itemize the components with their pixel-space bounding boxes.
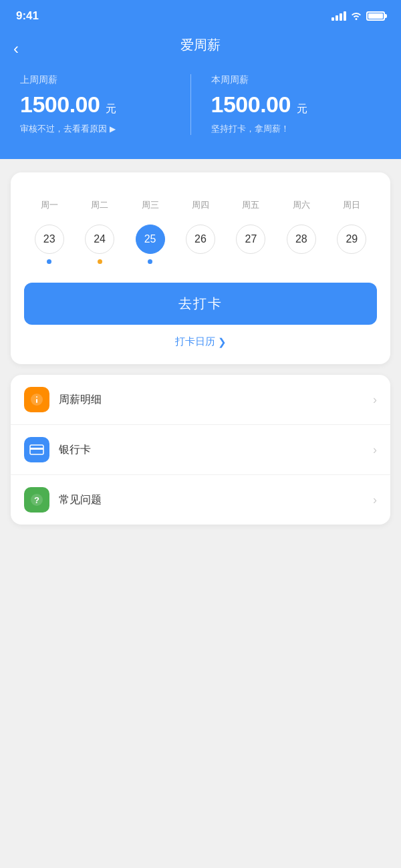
last-week-salary: 上周周薪 1500.00 元 审核不过，去看看原因 ▶ bbox=[20, 74, 190, 135]
menu-item-faq[interactable]: ? 常见问题 › bbox=[11, 475, 390, 525]
svg-rect-2 bbox=[36, 399, 37, 403]
day-dot-23 bbox=[47, 259, 51, 264]
weekday-labels: 周一 周二 周三 周四 周五 周六 周日 bbox=[24, 199, 377, 219]
day-circle-27: 27 bbox=[236, 225, 265, 254]
menu-label-salary-detail: 周薪明细 bbox=[59, 393, 364, 407]
calendar-day-23[interactable]: 23 bbox=[24, 225, 74, 264]
day-circle-24: 24 bbox=[85, 225, 114, 254]
menu-item-salary-detail[interactable]: 周薪明细 › bbox=[11, 375, 390, 425]
menu-label-bank-card: 银行卡 bbox=[59, 443, 364, 457]
calendar-days: 23 24 25 26 27 bbox=[24, 225, 377, 264]
day-dot-24 bbox=[98, 259, 102, 264]
day-dot-27 bbox=[249, 259, 253, 264]
svg-rect-1 bbox=[36, 396, 37, 398]
status-time: 9:41 bbox=[16, 9, 39, 23]
weekday-sun: 周日 bbox=[327, 199, 377, 219]
weekday-wed: 周三 bbox=[125, 199, 175, 219]
calendar-day-24[interactable]: 24 bbox=[74, 225, 124, 264]
menu-card: 周薪明细 › 银行卡 › ? 常见问题 › bbox=[11, 375, 390, 525]
day-dot-29 bbox=[350, 259, 354, 264]
status-icons bbox=[331, 10, 385, 22]
day-circle-29: 29 bbox=[337, 225, 366, 254]
page-title: 爱周薪 bbox=[180, 36, 221, 54]
faq-icon: ? bbox=[24, 487, 49, 513]
last-week-sub[interactable]: 审核不过，去看看原因 ▶ bbox=[20, 123, 190, 135]
bank-card-icon bbox=[24, 437, 49, 462]
checkin-button[interactable]: 去打卡 bbox=[24, 283, 377, 325]
day-circle-23: 23 bbox=[35, 225, 64, 254]
calendar-day-26[interactable]: 26 bbox=[175, 225, 225, 264]
last-week-amount: 1500.00 元 bbox=[20, 92, 190, 118]
day-dot-25 bbox=[148, 259, 152, 264]
day-circle-25: 25 bbox=[136, 225, 165, 254]
day-dot-26 bbox=[198, 259, 203, 264]
this-week-label: 本周周薪 bbox=[211, 74, 382, 86]
calendar-day-29[interactable]: 29 bbox=[327, 225, 377, 264]
menu-arrow-bank: › bbox=[373, 443, 377, 457]
day-circle-26: 26 bbox=[186, 225, 215, 254]
weekday-sat: 周六 bbox=[276, 199, 326, 219]
this-week-sub: 坚持打卡，拿周薪！ bbox=[211, 123, 382, 135]
this-week-salary: 本周周薪 1500.00 元 坚持打卡，拿周薪！ bbox=[190, 74, 382, 135]
weekday-thu: 周四 bbox=[175, 199, 225, 219]
this-week-amount: 1500.00 元 bbox=[211, 92, 382, 118]
calendar-day-25[interactable]: 25 bbox=[125, 225, 175, 264]
weekday-mon: 周一 bbox=[24, 199, 74, 219]
last-week-label: 上周周薪 bbox=[20, 74, 190, 86]
svg-rect-4 bbox=[30, 448, 43, 450]
day-dot-28 bbox=[299, 259, 303, 264]
wifi-icon bbox=[350, 11, 362, 22]
day-circle-28: 28 bbox=[287, 225, 316, 254]
weekday-fri: 周五 bbox=[226, 199, 276, 219]
battery-icon bbox=[366, 11, 385, 21]
calendar-card: 周一 周二 周三 周四 周五 周六 周日 23 24 25 bbox=[11, 172, 390, 364]
menu-label-faq: 常见问题 bbox=[59, 493, 364, 507]
status-bar: 9:41 bbox=[0, 0, 401, 29]
salary-detail-icon bbox=[24, 387, 49, 412]
menu-arrow-salary: › bbox=[373, 393, 377, 407]
main-content: 周一 周二 周三 周四 周五 周六 周日 23 24 25 bbox=[0, 159, 401, 538]
calendar-day-27[interactable]: 27 bbox=[226, 225, 276, 264]
salary-banner: 上周周薪 1500.00 元 审核不过，去看看原因 ▶ 本周周薪 1500.00… bbox=[0, 67, 401, 159]
calendar-day-28[interactable]: 28 bbox=[276, 225, 326, 264]
signal-icon bbox=[331, 11, 346, 21]
menu-item-bank-card[interactable]: 银行卡 › bbox=[11, 425, 390, 475]
weekday-tue: 周二 bbox=[74, 199, 124, 219]
svg-text:?: ? bbox=[34, 495, 39, 505]
calendar-history-link[interactable]: 打卡日历 ❯ bbox=[24, 335, 377, 348]
menu-arrow-faq: › bbox=[373, 493, 377, 507]
header: ‹ 爱周薪 bbox=[0, 29, 401, 67]
back-button[interactable]: ‹ bbox=[13, 39, 19, 58]
